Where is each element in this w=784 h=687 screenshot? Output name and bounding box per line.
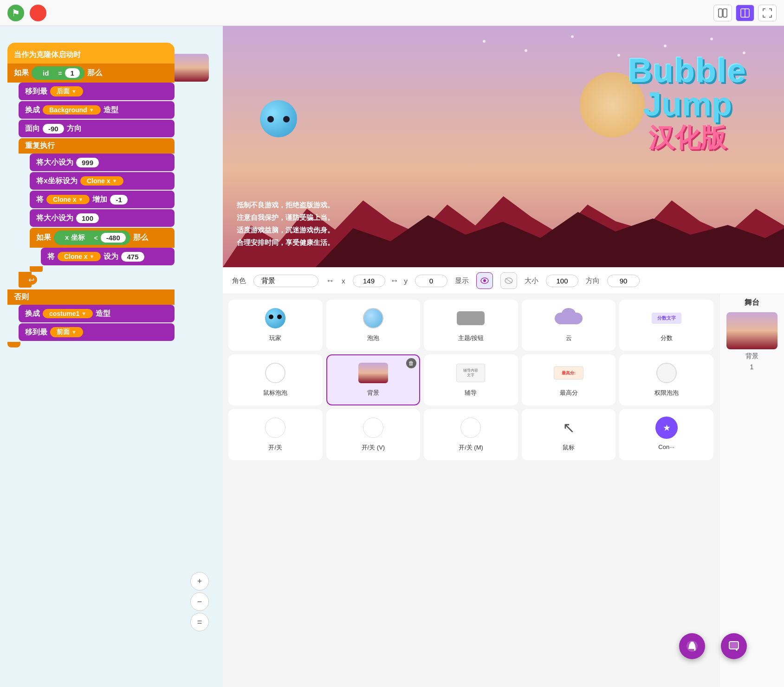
sprite-name-input[interactable] (253, 275, 318, 287)
show-hidden-button[interactable] (500, 272, 517, 289)
costume-dropdown[interactable]: Background ▼ (43, 105, 101, 115)
sprite-card-theme[interactable]: 主题/按钮 (424, 300, 518, 351)
sprite-card-background[interactable]: 🗑 背景 (326, 354, 421, 405)
clone-x2-dropdown[interactable]: Clone x ▼ (46, 195, 90, 204)
sprite-card-player[interactable]: 玩家 (228, 300, 323, 351)
front-dropdown[interactable]: 前面 ▼ (50, 327, 83, 337)
add-backdrop-button[interactable] (721, 633, 747, 659)
snow-dot (525, 49, 527, 52)
svg-rect-0 (719, 9, 722, 17)
set-x-block[interactable]: 将x坐标设为 Clone x ▼ (30, 172, 175, 190)
score-label: 分数 (661, 334, 673, 342)
background-icon (357, 359, 389, 387)
zoom-reset-button[interactable]: = (190, 613, 209, 631)
x-input[interactable] (353, 275, 385, 287)
set-size-999-block[interactable]: 将大小设为 999 (30, 154, 175, 171)
svg-point-5 (483, 279, 486, 282)
sprite-card-switch1[interactable]: 开/关 (228, 409, 323, 460)
stage-thumbnail[interactable] (726, 312, 778, 349)
zoom-out-button[interactable]: − (190, 592, 209, 611)
x-coord-var: x 坐标 (58, 232, 91, 243)
switch1-label: 开/关 (268, 443, 282, 452)
stage-sidebar: 舞台 背景 1 (719, 294, 784, 687)
clone-x-dropdown[interactable]: Clone x ▼ (80, 176, 123, 186)
view-full-button[interactable] (758, 5, 777, 21)
limit-bubble-label: 权限泡泡 (654, 389, 679, 397)
set-clone-block[interactable]: 将 Clone x ▼ 设为 475 (41, 248, 175, 265)
top-toolbar (0, 0, 784, 26)
move-back-block[interactable]: 移到最 后面 ▼ (19, 83, 175, 100)
add-block[interactable]: 将 Clone x ▼ 增加 -1 (30, 191, 175, 208)
sprite-card-limit-bubble[interactable]: 权限泡泡 (619, 354, 713, 405)
con-label: Con··· (658, 443, 674, 450)
front-arrow: ▼ (71, 329, 77, 335)
move-front-block[interactable]: 移到最 前面 ▼ (19, 323, 175, 341)
view-split-button[interactable] (713, 5, 732, 21)
dropdown-arrow: ▼ (71, 89, 77, 94)
mouse-bubble-label: 鼠标泡泡 (263, 389, 287, 397)
face-block[interactable]: 面向 -90 方向 (19, 120, 175, 137)
dir-input[interactable] (607, 275, 640, 287)
less-condition[interactable]: x 坐标 < -480 (54, 231, 130, 245)
condition-block[interactable]: id = 1 (32, 66, 84, 80)
sprite-card-cloud[interactable]: 云 (522, 300, 616, 351)
show-visible-button[interactable] (476, 272, 493, 289)
delete-background-badge[interactable]: 🗑 (406, 358, 416, 368)
costume-block[interactable]: 换成 Background ▼ 造型 (19, 101, 175, 119)
cx3-arrow: ▼ (90, 254, 95, 259)
set-size-100-block[interactable]: 将大小设为 100 (30, 209, 175, 227)
then1-label: 那么 (87, 68, 102, 78)
sprite-card-switch2[interactable]: 开/关 (V) (326, 409, 421, 460)
costume2-dropdown[interactable]: costume1 ▼ (43, 309, 93, 318)
sprite-card-score[interactable]: 分数文字 分数 (619, 300, 713, 351)
theme-icon (454, 304, 487, 332)
else-block: 否则 (7, 289, 175, 305)
sprite-card-cursor[interactable]: ↖ 鼠标 (522, 409, 616, 460)
sprite-card-guide[interactable]: 辅导内容文字 辅导 (424, 354, 518, 405)
if1-bottom (7, 342, 20, 347)
con-icon: ★ (650, 414, 683, 442)
costume2-block[interactable]: 换成 costume1 ▼ 造型 (19, 305, 175, 322)
sprite-card-bubble[interactable]: 泡泡 (326, 300, 421, 351)
y-arrow-icon: ↕ (390, 279, 400, 283)
move-front-label: 移到最 (25, 327, 47, 337)
back-dropdown[interactable]: 后面 ▼ (50, 86, 83, 96)
size-input[interactable] (546, 275, 578, 287)
if2-block[interactable]: 如果 x 坐标 < -480 那么 (30, 228, 175, 248)
y-input[interactable] (415, 275, 447, 287)
snow-dot (483, 40, 486, 43)
game-title: Bubble Jump 汉化版 (628, 54, 747, 156)
costume2-suffix: 造型 (96, 309, 110, 319)
view-code-button[interactable] (736, 5, 754, 21)
snow-dot (617, 54, 620, 57)
green-flag-button[interactable] (7, 5, 24, 21)
sprite-thumbnail (172, 54, 209, 82)
set-x-label: 将x坐标设为 (36, 176, 78, 186)
backdrop-label: 背景 (745, 352, 758, 360)
switch1-icon (259, 414, 292, 442)
set-clone-label: 将 (47, 252, 55, 262)
set-size-999-label: 将大小设为 (36, 158, 73, 167)
clone-x3-dropdown[interactable]: Clone x ▼ (58, 252, 101, 261)
cloud-label: 云 (566, 334, 572, 342)
c2-arrow: ▼ (81, 311, 86, 316)
sprite-card-con[interactable]: ★ Con··· (619, 409, 713, 460)
game-warning: 抵制不良游戏，拒绝盗版游戏。 注意自我保护，谨防受骗上当。 适度游戏益脑，沉迷游… (237, 199, 334, 249)
size-999-val: 999 (76, 158, 99, 167)
hat-block[interactable]: 当作为克隆体启动时 (7, 43, 175, 64)
switch2-label: 开/关 (V) (362, 443, 385, 452)
cursor-label: 鼠标 (563, 443, 575, 452)
zoom-in-button[interactable]: + (190, 572, 209, 591)
limit-bubble-icon (650, 359, 683, 387)
face-dir: 方向 (67, 124, 82, 134)
indent-1: 移到最 后面 ▼ 换成 Background ▼ 造型 (19, 83, 175, 289)
sprite-card-switch3[interactable]: 开/关 (M) (424, 409, 518, 460)
set-size-100-label: 将大小设为 (36, 213, 73, 223)
add-sprite-button[interactable] (679, 633, 705, 659)
if1-block[interactable]: 如果 id = 1 那么 (7, 64, 175, 83)
sprite-card-highscore[interactable]: 最高分: 最高分 (522, 354, 616, 405)
mouse-bubble-icon (259, 359, 292, 387)
stop-button[interactable] (30, 5, 46, 21)
repeat-block[interactable]: 重复执行 (19, 138, 175, 154)
sprite-card-mouse-bubble[interactable]: 鼠标泡泡 (228, 354, 323, 405)
